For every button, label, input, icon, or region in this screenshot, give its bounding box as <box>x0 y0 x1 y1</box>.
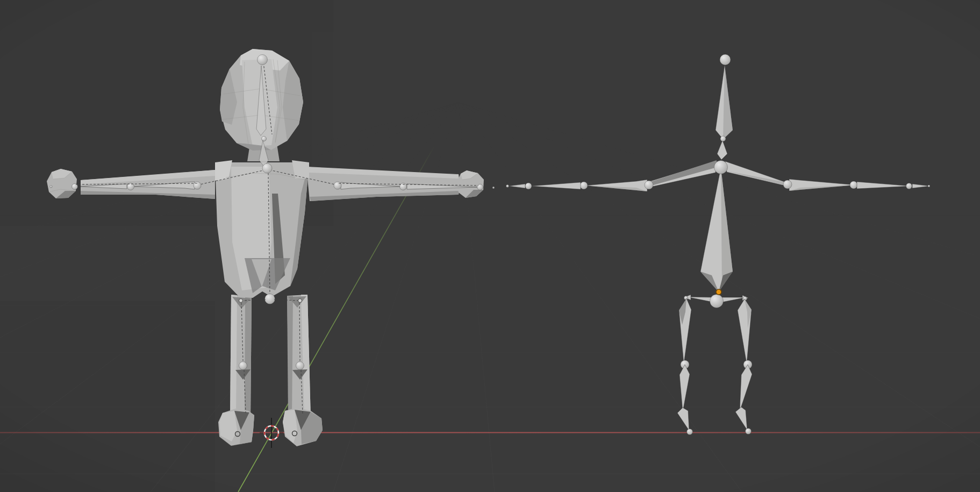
viewport-3d[interactable] <box>0 0 980 492</box>
joint-elbow-right <box>850 181 857 189</box>
joint-chest <box>714 161 728 174</box>
joint-shoulder-right <box>783 180 792 189</box>
object-origin-dot <box>716 289 721 295</box>
viewport-background <box>0 0 980 492</box>
joint-elbow-left <box>580 182 588 189</box>
joint-toe-right <box>746 429 752 434</box>
joint-wrist-right <box>477 184 483 190</box>
joint-shoulder-right <box>334 182 341 189</box>
joint-shoulder-left <box>194 182 201 189</box>
joint-head-top <box>257 55 268 65</box>
joint-knee-left <box>239 362 247 370</box>
character-hand-left <box>47 169 77 198</box>
joint-neck <box>720 136 726 141</box>
joint-hand-tip-right <box>928 185 930 187</box>
viewport-canvas[interactable] <box>0 0 980 492</box>
joint-head-top <box>720 54 731 65</box>
joint-toe-left <box>687 429 693 435</box>
joint-neck <box>262 137 267 141</box>
character-foot-left <box>218 409 254 446</box>
joint-wrist-right <box>906 183 912 189</box>
joint-hand-tip-left <box>506 185 509 188</box>
joint-hip <box>265 294 275 304</box>
joint-knee-right <box>296 362 304 370</box>
character-leg-right <box>287 295 311 418</box>
joint-hand-tip-left <box>50 186 52 188</box>
joint-hip <box>710 295 724 308</box>
joint-shoulder-left <box>645 181 653 189</box>
joint-hand-tip-right <box>492 187 495 189</box>
joint-chest <box>262 163 272 173</box>
joint-wrist-left <box>525 183 532 189</box>
character-leg-left <box>230 295 252 418</box>
